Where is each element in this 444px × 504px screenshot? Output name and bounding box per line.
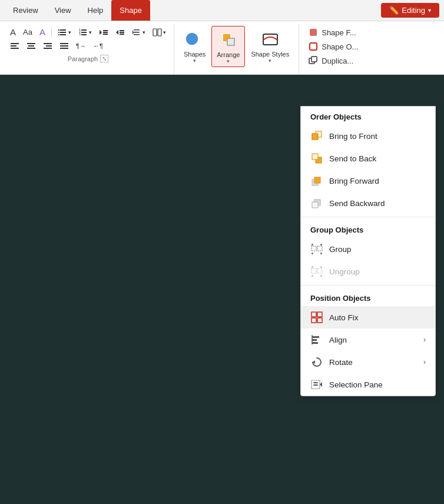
tab-help[interactable]: Help (79, 0, 112, 21)
svg-rect-59 (312, 253, 313, 254)
selection-pane-item[interactable]: Selection Pane (301, 373, 435, 396)
svg-rect-61 (312, 268, 316, 273)
auto-fix-icon (310, 311, 323, 324)
svg-rect-30 (28, 45, 34, 47)
rotate-chevron: › (423, 358, 426, 366)
svg-rect-35 (60, 43, 68, 44)
arrange-chevron: ▾ (227, 58, 230, 64)
ungroup-label: Ungroup (329, 267, 360, 276)
editing-button[interactable]: ✏️ Editing ▾ (381, 3, 439, 18)
svg-rect-42 (310, 29, 317, 36)
paragraph-expand-icon[interactable]: ⤡ (100, 55, 108, 62)
shape-styles-icon (260, 28, 281, 49)
shape-tools-section: Shapes ▾ Arrange ▾ (174, 24, 299, 74)
svg-rect-27 (11, 45, 16, 47)
rtl-btn[interactable]: ←¶ (90, 41, 106, 51)
tab-bar: Review View Help Shape ✏️ Editing ▾ (0, 0, 444, 21)
align-label: Align (329, 336, 347, 344)
svg-rect-28 (11, 48, 19, 49)
svg-rect-63 (312, 266, 313, 268)
send-to-back-label: Send to Back (329, 154, 376, 163)
arrange-icon (218, 29, 239, 50)
ltr-btn[interactable]: ¶→ (73, 41, 89, 51)
selection-pane-label: Selection Pane (329, 380, 383, 389)
bullet-list-btn[interactable]: ▾ (55, 26, 74, 38)
svg-rect-22 (134, 34, 140, 35)
increase-indent-btn[interactable] (112, 26, 128, 38)
paragraph-section-label: Paragraph ⤡ (7, 54, 169, 65)
shapes-button[interactable]: Shapes ▾ (179, 26, 210, 66)
svg-rect-31 (27, 48, 35, 49)
svg-rect-54 (312, 202, 318, 208)
font-shrink-btn[interactable]: A (7, 26, 19, 38)
svg-rect-55 (312, 246, 316, 251)
svg-marker-16 (116, 30, 118, 35)
svg-rect-67 (312, 312, 316, 317)
arrange-button[interactable]: Arrange ▾ (211, 26, 245, 67)
group-item[interactable]: Group (301, 238, 435, 260)
send-to-back-item[interactable]: Send to Back (301, 147, 435, 170)
numbered-list-btn[interactable]: 123 ▾ (75, 26, 95, 38)
send-backward-item[interactable]: Send Backward (301, 192, 435, 214)
justify-btn[interactable] (57, 40, 72, 52)
decrease-indent-btn[interactable] (96, 26, 111, 38)
tab-shape[interactable]: Shape (111, 0, 150, 21)
svg-rect-15 (103, 34, 108, 35)
position-objects-header: Position Objects (301, 288, 435, 306)
align-chevron: › (423, 336, 426, 344)
align-center-btn[interactable] (24, 40, 39, 52)
ungroup-item: Ungroup (301, 260, 435, 283)
shape-outline-icon (309, 42, 318, 51)
svg-rect-14 (103, 32, 108, 33)
svg-rect-33 (46, 45, 52, 47)
svg-rect-50 (312, 154, 318, 160)
svg-rect-37 (60, 48, 68, 49)
divider-1 (301, 217, 435, 217)
editing-label: Editing (402, 6, 425, 15)
svg-rect-11 (81, 34, 87, 35)
line-spacing-btn[interactable]: ▾ (129, 26, 148, 38)
svg-rect-25 (158, 29, 161, 36)
rotate-item[interactable]: Rotate › (301, 351, 435, 373)
svg-rect-76 (312, 339, 317, 341)
shape-fill-icon (309, 28, 318, 37)
columns-btn[interactable]: ▾ (150, 26, 169, 38)
tab-view[interactable]: View (47, 0, 79, 21)
bring-forward-label: Bring Forward (329, 177, 379, 185)
shapes-chevron: ▾ (193, 58, 196, 64)
svg-marker-12 (100, 30, 102, 35)
font-color-btn[interactable]: A (37, 26, 48, 38)
svg-rect-34 (44, 48, 52, 49)
align-left-btn[interactable] (7, 40, 22, 52)
duplicate-btn[interactable]: Duplica... (304, 54, 363, 67)
bring-forward-icon (310, 174, 323, 187)
svg-rect-57 (312, 244, 313, 246)
svg-rect-19 (120, 34, 124, 35)
bring-to-front-item[interactable]: Bring to Front (301, 125, 435, 147)
svg-marker-23 (132, 30, 134, 35)
shape-fill-btn[interactable]: Shape F... (304, 26, 363, 39)
shapes-icon (184, 28, 206, 49)
auto-fix-item[interactable]: Auto Fix (301, 306, 435, 329)
svg-rect-20 (134, 29, 140, 31)
align-item[interactable]: Align › (301, 329, 435, 351)
divider-2 (301, 285, 435, 286)
font-size-btn[interactable]: Aa (20, 26, 35, 38)
bring-forward-item[interactable]: Bring Forward (301, 170, 435, 192)
svg-rect-32 (44, 43, 52, 44)
svg-rect-81 (313, 382, 318, 383)
svg-rect-18 (120, 32, 124, 33)
shape-styles-button[interactable]: Shape Styles ▾ (246, 26, 294, 66)
align-right-btn[interactable] (40, 40, 55, 52)
send-backward-label: Send Backward (329, 199, 385, 208)
text-section: A Aa A ▾ 123 ▾ (2, 24, 174, 74)
group-objects-header: Group Objects (301, 220, 435, 238)
svg-rect-56 (317, 246, 322, 251)
svg-rect-1 (60, 29, 66, 31)
svg-rect-41 (263, 34, 277, 45)
pencil-icon: ✏️ (389, 6, 399, 15)
svg-rect-82 (313, 384, 318, 386)
shape-outline-btn[interactable]: Shape O... (304, 40, 363, 53)
svg-rect-52 (314, 177, 320, 183)
tab-review[interactable]: Review (5, 0, 47, 21)
